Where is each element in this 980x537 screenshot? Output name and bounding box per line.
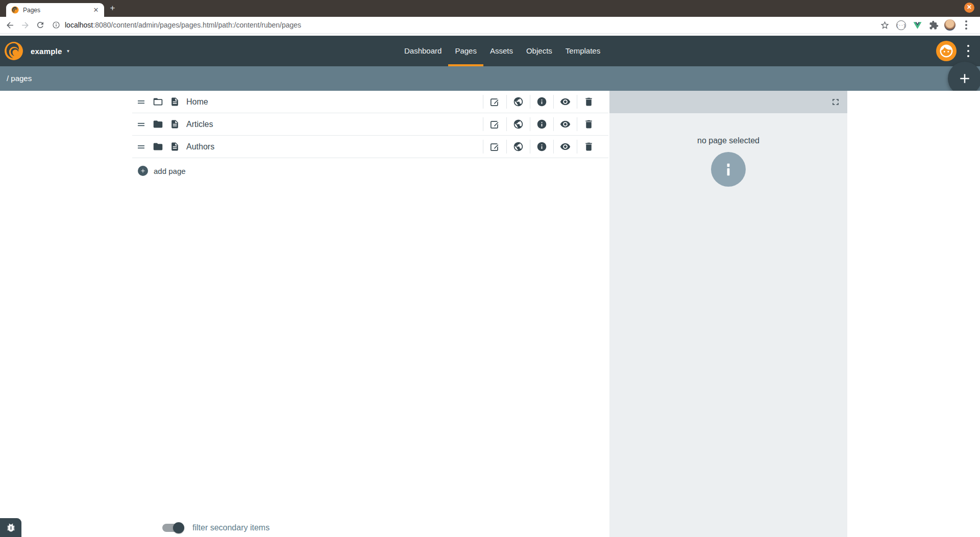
app-logo-icon[interactable] xyxy=(4,41,23,61)
info-button[interactable] xyxy=(530,141,553,152)
extension-braces-icon[interactable]: {··} xyxy=(893,18,909,32)
empty-state-message: no page selected xyxy=(609,136,847,145)
reload-button[interactable] xyxy=(33,18,48,32)
delete-button[interactable] xyxy=(577,141,600,152)
nav-item-pages[interactable]: Pages xyxy=(448,36,483,66)
main-nav: Dashboard Pages Assets Objects Templates xyxy=(398,36,607,66)
drag-handle-icon[interactable] xyxy=(138,99,145,105)
right-gap xyxy=(847,91,980,537)
edit-button[interactable] xyxy=(483,119,506,130)
page-name[interactable]: Home xyxy=(186,97,208,107)
new-tab-button[interactable]: + xyxy=(108,4,117,13)
address-bar[interactable]: localhost:8080/content/admin/pages/pages… xyxy=(65,21,301,29)
toggle-knob[interactable] xyxy=(173,522,184,533)
url-path: :8080/content/admin/pages/pages.html/pat… xyxy=(93,21,301,29)
info-button[interactable] xyxy=(530,119,553,130)
page-list-area: Home Articles xyxy=(0,91,609,537)
detail-panel-body: no page selected xyxy=(609,113,847,187)
delete-button[interactable] xyxy=(577,119,600,130)
drag-handle-icon[interactable] xyxy=(138,122,145,127)
browser-menu-icon[interactable] xyxy=(959,18,974,32)
user-avatar[interactable] xyxy=(936,41,957,61)
site-info-icon[interactable] xyxy=(52,21,60,29)
detail-panel-header xyxy=(609,91,847,113)
toggle-label: filter secondary items xyxy=(192,523,270,532)
document-icon xyxy=(170,97,180,107)
nav-item-objects[interactable]: Objects xyxy=(520,36,559,66)
table-row-authors[interactable]: Authors xyxy=(132,136,608,158)
drag-handle-icon[interactable] xyxy=(138,144,145,149)
fullscreen-icon[interactable] xyxy=(830,97,841,107)
vue-devtools-icon[interactable] xyxy=(910,18,925,32)
document-icon xyxy=(170,142,180,151)
app-menu-icon[interactable] xyxy=(965,45,972,57)
detail-panel: no page selected xyxy=(609,91,847,537)
nav-item-assets[interactable]: Assets xyxy=(483,36,520,66)
debug-bug-button[interactable] xyxy=(0,518,21,537)
table-row-home[interactable]: Home xyxy=(132,91,608,113)
tab-favicon xyxy=(11,6,19,14)
publish-globe-button[interactable] xyxy=(507,96,530,107)
app-header: example ▼ Dashboard Pages Assets Objects… xyxy=(0,36,980,66)
nav-item-templates[interactable]: Templates xyxy=(559,36,607,66)
info-placeholder-icon xyxy=(711,152,746,187)
delete-button[interactable] xyxy=(577,96,600,107)
row-actions xyxy=(483,140,608,154)
add-page-button[interactable]: add page xyxy=(138,163,609,178)
window-close-button[interactable]: ✕ xyxy=(964,3,974,13)
browser-tabstrip: Pages ✕ + ✕ xyxy=(0,0,980,17)
bookmark-star-icon[interactable] xyxy=(877,18,892,32)
edit-button[interactable] xyxy=(483,141,506,152)
folder-outline-icon xyxy=(153,96,163,107)
nav-item-dashboard[interactable]: Dashboard xyxy=(398,36,448,66)
browser-tab-pages[interactable]: Pages ✕ xyxy=(6,3,104,17)
document-icon xyxy=(170,119,180,129)
browser-profile-avatar[interactable] xyxy=(942,18,958,32)
breadcrumb-bar: / pages xyxy=(0,66,980,91)
browser-toolbar: localhost:8080/content/admin/pages/pages… xyxy=(0,17,980,34)
info-button[interactable] xyxy=(530,96,553,107)
back-button[interactable] xyxy=(2,18,17,32)
preview-eye-button[interactable] xyxy=(554,119,577,130)
page-rows: Home Articles xyxy=(132,91,608,158)
preview-eye-button[interactable] xyxy=(554,96,577,107)
content-area: Home Articles xyxy=(0,91,980,537)
table-row-articles[interactable]: Articles xyxy=(132,113,608,136)
tab-title: Pages xyxy=(23,7,92,14)
extensions-puzzle-icon[interactable] xyxy=(926,18,941,32)
chevron-down-icon: ▼ xyxy=(66,49,70,54)
filter-secondary-toggle: filter secondary items xyxy=(162,523,270,532)
edit-button[interactable] xyxy=(483,96,506,107)
add-page-label: add page xyxy=(154,167,186,175)
site-switcher[interactable]: example ▼ xyxy=(31,36,70,66)
url-host: localhost xyxy=(65,21,93,29)
folder-filled-icon xyxy=(153,119,163,130)
page-name[interactable]: Authors xyxy=(186,142,214,151)
plus-circle-icon xyxy=(138,166,148,176)
breadcrumb[interactable]: / pages xyxy=(7,66,32,91)
publish-globe-button[interactable] xyxy=(507,119,530,130)
folder-filled-icon xyxy=(153,141,163,152)
page-name[interactable]: Articles xyxy=(186,120,213,129)
row-actions xyxy=(483,95,608,109)
forward-button[interactable] xyxy=(17,18,33,32)
preview-eye-button[interactable] xyxy=(554,141,577,152)
tab-close-icon[interactable]: ✕ xyxy=(92,6,100,14)
toggle-switch[interactable] xyxy=(162,524,183,532)
publish-globe-button[interactable] xyxy=(507,141,530,152)
row-actions xyxy=(483,117,608,131)
site-name: example xyxy=(31,47,62,56)
